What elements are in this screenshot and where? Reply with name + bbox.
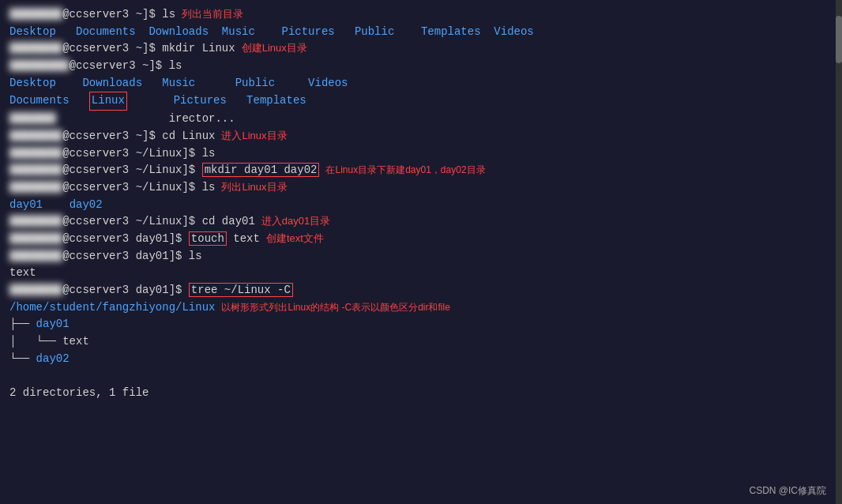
watermark: CSDN @IC修真院 bbox=[749, 484, 826, 498]
username-blurred-6: ████████ bbox=[9, 145, 62, 163]
username-blurred-4: ███████ bbox=[9, 111, 56, 128]
annotation-tree: 以树形形式列出Linux的结构 -C表示以颜色区分dir和file bbox=[221, 300, 449, 315]
line-ls2-prompt: █████████@ccserver3 ~]$ ls bbox=[9, 58, 833, 75]
mkdir-cmd-highlight: mkdir day01 day02 bbox=[202, 163, 320, 177]
line-empty bbox=[9, 367, 833, 385]
tree-line-day01: ├── day01 bbox=[9, 316, 833, 333]
username-blurred-10: ████████ bbox=[9, 231, 62, 248]
line-cd-linux: ████████@ccserver3 ~]$ cd Linux 进入Linux目… bbox=[9, 128, 833, 145]
username-blurred-9: ████████ bbox=[9, 213, 62, 231]
username-blurred-3: █████████ bbox=[9, 58, 70, 75]
annotation-mkdir-days: 在Linux目录下新建day01，day02目录 bbox=[325, 163, 485, 178]
annotation-touch: 创建text文件 bbox=[266, 231, 324, 246]
line-ls-home: ████████@ccserver3 ~]$ ls 列出当前目录 bbox=[9, 6, 833, 24]
line-mkdir-days: ████████@ccserver3 ~/Linux]$ mkdir day01… bbox=[9, 162, 833, 179]
terminal: ████████@ccserver3 ~]$ ls 列出当前目录 Desktop… bbox=[0, 0, 842, 504]
annotation-ls: 列出当前目录 bbox=[182, 6, 243, 22]
annotation-ls-linux: 列出Linux目录 bbox=[221, 179, 287, 195]
annotation-cd-linux: 进入Linux目录 bbox=[221, 128, 287, 144]
linux-dir-highlight: Linux bbox=[89, 92, 127, 111]
line-days-list: day01 day02 bbox=[9, 197, 833, 214]
tree-cmd-highlight: tree ~/Linux -C bbox=[189, 283, 293, 297]
username-blurred-11: ████████ bbox=[9, 248, 62, 265]
line-dir-list-1: Desktop Documents Downloads Music Pictur… bbox=[9, 24, 833, 41]
line-tree-path: /home/student/fangzhiyong/Linux 以树形形式列出L… bbox=[9, 299, 833, 317]
line-tree-cmd: ████████@ccserver3 day01]$ tree ~/Linux … bbox=[9, 282, 833, 299]
username-blurred-8: ████████ bbox=[9, 179, 62, 197]
line-ls-linux2: ████████@ccserver3 ~/Linux]$ ls 列出Linux目… bbox=[9, 179, 833, 197]
username-blurred-2: ████████ bbox=[9, 40, 62, 58]
scrollbar-thumb[interactable] bbox=[836, 16, 842, 63]
line-cd-day01: ████████@ccserver3 ~/Linux]$ cd day01 进入… bbox=[9, 213, 833, 231]
line-ls-day01: ████████@ccserver3 day01]$ ls bbox=[9, 248, 833, 265]
line-ls-linux: ████████@ccserver3 ~/Linux]$ ls bbox=[9, 145, 833, 163]
line-dir-list-2a: Desktop Downloads Music Public Videos bbox=[9, 75, 833, 92]
prompt-text: @ccserver3 ~]$ ls bbox=[62, 8, 175, 21]
line-dir-list-2b: Documents Linux Pictures Templates bbox=[9, 92, 833, 111]
line-mkdir-linux: ████████@ccserver3 ~]$ mkdir Linux 创建Lin… bbox=[9, 40, 833, 58]
username-blurred-12: ████████ bbox=[9, 282, 62, 299]
annotation-cd-day01: 进入day01目录 bbox=[261, 213, 330, 229]
scrollbar[interactable] bbox=[836, 0, 842, 504]
tree-line-day02: └── day02 bbox=[9, 351, 833, 368]
annotation-mkdir: 创建Linux目录 bbox=[242, 40, 307, 56]
username-blurred-5: ████████ bbox=[9, 128, 62, 145]
touch-cmd-highlight: touch bbox=[189, 231, 227, 246]
line-text-result: text bbox=[9, 265, 833, 282]
line-touch-text: ████████@ccserver3 day01]$ touch text 创建… bbox=[9, 231, 833, 248]
line-summary: 2 directories, 1 file bbox=[9, 385, 833, 402]
username-blurred: ████████ bbox=[9, 6, 62, 24]
line-blurred-partial: ███████ irector... bbox=[9, 111, 833, 128]
tree-line-text: │ └── text bbox=[9, 333, 833, 351]
username-blurred-7: ████████ bbox=[9, 162, 62, 179]
